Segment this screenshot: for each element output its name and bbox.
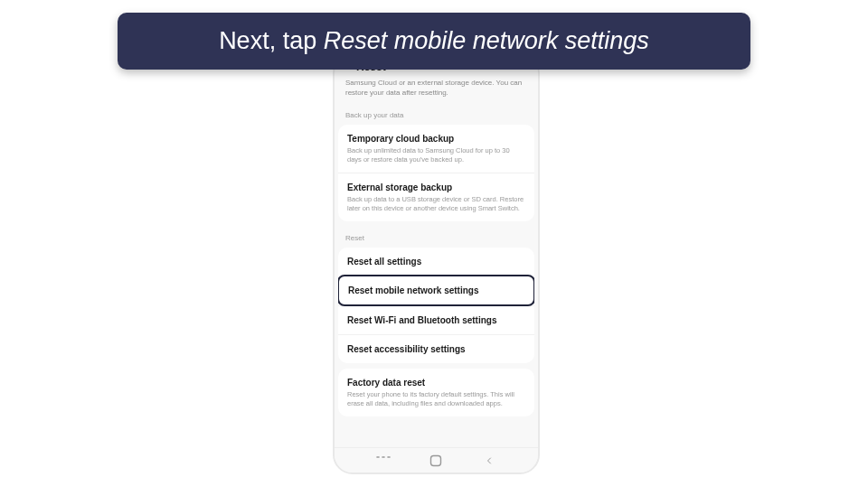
external-backup-sub: Back up data to a USB storage device or …: [347, 195, 525, 213]
svg-rect-3: [431, 455, 441, 465]
android-navbar: [335, 447, 538, 472]
backup-card: Temporary cloud backup Back up unlimited…: [338, 125, 534, 222]
factory-title: Factory data reset: [347, 377, 525, 388]
factory-card: Factory data reset Reset your phone to i…: [338, 369, 534, 416]
nav-home-icon[interactable]: [427, 452, 445, 470]
temp-cloud-sub: Back up unlimited data to Samsung Cloud …: [347, 146, 525, 164]
instruction-emphasis: Reset mobile network settings: [324, 27, 649, 54]
instruction-prefix: Next, tap: [219, 27, 324, 54]
section-reset-label: Reset: [338, 227, 534, 246]
factory-sub: Reset your phone to its factory default …: [347, 390, 525, 408]
reset-wifi-title: Reset Wi-Fi and Bluetooth settings: [347, 314, 525, 326]
nav-recents-icon[interactable]: [374, 452, 392, 470]
row-temp-cloud-backup[interactable]: Temporary cloud backup Back up unlimited…: [338, 125, 534, 173]
reset-all-title: Reset all settings: [347, 256, 525, 267]
row-factory-reset[interactable]: Factory data reset Reset your phone to i…: [338, 369, 534, 416]
row-reset-accessibility[interactable]: Reset accessibility settings: [338, 334, 534, 363]
nav-back-icon[interactable]: [480, 452, 498, 470]
section-backup-label: Back up your data: [338, 104, 534, 123]
temp-cloud-title: Temporary cloud backup: [347, 133, 525, 145]
intro-text: Samsung Cloud or an external storage dev…: [338, 77, 534, 104]
row-external-backup[interactable]: External storage backup Back up data to …: [338, 173, 534, 221]
reset-card: Reset all settings Reset mobile network …: [338, 248, 534, 363]
phone-frame: Reset Samsung Cloud or an external stora…: [333, 54, 540, 474]
row-reset-all[interactable]: Reset all settings: [338, 248, 534, 276]
row-reset-mobile-network[interactable]: Reset mobile network settings: [338, 275, 534, 306]
row-reset-wifi-bluetooth[interactable]: Reset Wi-Fi and Bluetooth settings: [338, 305, 534, 334]
instruction-banner: Next, tap Reset mobile network settings: [118, 13, 750, 70]
external-backup-title: External storage backup: [347, 182, 525, 193]
reset-accessibility-title: Reset accessibility settings: [347, 343, 525, 355]
screen-content[interactable]: Samsung Cloud or an external storage dev…: [335, 77, 538, 447]
reset-mobile-title: Reset mobile network settings: [348, 285, 524, 296]
